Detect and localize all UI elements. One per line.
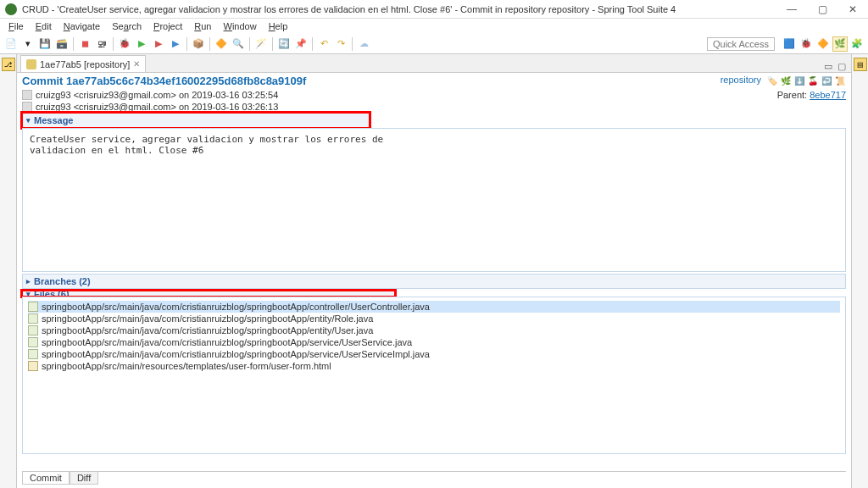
back-icon[interactable]: ↶ bbox=[316, 36, 331, 52]
perspective-more-icon[interactable]: 🧩 bbox=[849, 36, 865, 52]
java-file-icon bbox=[28, 313, 38, 324]
author-line: cruizg93 <crisruiz93@gmail.com> on 2019-… bbox=[36, 90, 278, 100]
parent-hash-link[interactable]: 8ebe717 bbox=[810, 90, 846, 100]
java-file-icon bbox=[28, 302, 38, 312]
git-repos-shortcut-icon[interactable]: ⎇ bbox=[2, 58, 15, 71]
section-files-label: Files (6) bbox=[34, 291, 70, 297]
package-icon[interactable]: 📦 bbox=[191, 36, 206, 52]
window-minimize[interactable]: — bbox=[776, 0, 807, 18]
commit-message-text: CreateUser service, agregar validacion y… bbox=[22, 128, 846, 272]
cloud-icon[interactable]: ☁ bbox=[356, 36, 371, 52]
annotation-box-files: ▾ Files (6) bbox=[22, 291, 395, 297]
section-message-header[interactable]: ▾ Message bbox=[22, 113, 370, 128]
file-row[interactable]: springbootApp/src/main/java/com/cristian… bbox=[28, 313, 840, 324]
file-row[interactable]: springbootApp/src/main/java/com/cristian… bbox=[28, 348, 840, 360]
menu-navigate[interactable]: Navigate bbox=[58, 20, 105, 32]
commit-view: Commit 1ae77ab5c6c74b34ef16002295d68fb8c… bbox=[17, 73, 851, 488]
tag-icon[interactable]: 🏷️ bbox=[766, 75, 778, 86]
toggle-icon[interactable]: 🔄 bbox=[276, 36, 292, 52]
repository-link[interactable]: repository bbox=[721, 75, 761, 85]
run-alt-icon[interactable]: ▶ bbox=[168, 36, 183, 52]
right-trim: ▤ bbox=[851, 54, 868, 488]
tab-diff[interactable]: Diff bbox=[70, 472, 98, 485]
perspective-git-icon[interactable]: 🌿 bbox=[832, 36, 848, 52]
file-path: springbootApp/src/main/java/com/cristian… bbox=[42, 349, 430, 359]
file-path: springbootApp/src/main/java/com/cristian… bbox=[42, 337, 412, 347]
menu-window[interactable]: Window bbox=[218, 20, 261, 32]
tab-commit[interactable]: Commit bbox=[22, 472, 70, 485]
file-path: springbootApp/src/main/java/com/cristian… bbox=[42, 313, 373, 324]
new-icon[interactable]: 📄 bbox=[3, 36, 19, 52]
files-list: springbootApp/src/main/java/com/cristian… bbox=[22, 297, 846, 454]
revert-icon[interactable]: ↩️ bbox=[821, 75, 832, 86]
left-trim: ⎇ bbox=[0, 54, 17, 488]
window-title: CRUD - 'CreateUser service, agregar vali… bbox=[22, 4, 776, 14]
forward-icon[interactable]: ↷ bbox=[333, 36, 348, 52]
dropdown-icon[interactable]: ▾ bbox=[20, 36, 36, 52]
perspective-debug-icon[interactable]: 🐞 bbox=[798, 36, 814, 52]
window-maximize[interactable]: ▢ bbox=[807, 0, 837, 18]
perspective-java-icon[interactable]: 🟦 bbox=[782, 36, 797, 52]
wand-icon[interactable]: 🪄 bbox=[253, 36, 269, 52]
debug-icon[interactable]: 🐞 bbox=[117, 36, 132, 52]
java-file-icon bbox=[28, 349, 38, 359]
html-file-icon bbox=[28, 361, 38, 371]
menu-file[interactable]: File bbox=[3, 20, 29, 32]
checkout-icon[interactable]: ⬇️ bbox=[793, 75, 805, 86]
type-icon[interactable]: 🔶 bbox=[214, 36, 229, 52]
run-icon[interactable]: ▶ bbox=[134, 36, 149, 52]
committer-avatar-icon bbox=[22, 102, 32, 112]
section-message-label: Message bbox=[34, 115, 73, 125]
file-row[interactable]: springbootApp/src/main/java/com/cristian… bbox=[28, 324, 840, 336]
section-files-header[interactable]: ▾ Files (6) bbox=[22, 291, 395, 297]
commit-toolbar: 🏷️ 🌿 ⬇️ 🍒 ↩️ 📜 bbox=[766, 75, 846, 86]
collapse-icon[interactable]: ▾ bbox=[26, 291, 31, 297]
save-all-icon[interactable]: 🗃️ bbox=[54, 36, 70, 52]
run-config-icon[interactable]: ▶ bbox=[151, 36, 166, 52]
commit-hash-title: Commit 1ae77ab5c6c74b34ef16002295d68fb8c… bbox=[22, 75, 721, 87]
tab-max-icon[interactable]: ▢ bbox=[836, 61, 848, 72]
annotation-box-message: ▾ Message bbox=[22, 113, 370, 128]
pin-icon[interactable]: 📌 bbox=[293, 36, 309, 52]
stop-icon[interactable]: ◼ bbox=[77, 36, 92, 52]
branch-icon[interactable]: 🌿 bbox=[780, 75, 792, 86]
section-branches-label: Branches (2) bbox=[34, 276, 91, 286]
quick-access[interactable]: Quick Access bbox=[707, 37, 775, 51]
app-icon bbox=[5, 3, 17, 15]
java-file-icon bbox=[28, 325, 38, 336]
file-row[interactable]: springbootApp/src/main/java/com/cristian… bbox=[28, 336, 840, 348]
editor-tab-strip: 1ae77ab5 [repository] ✕ ▭ ▢ bbox=[17, 54, 851, 73]
tab-min-icon[interactable]: ▭ bbox=[822, 61, 834, 72]
menu-help[interactable]: Help bbox=[264, 20, 293, 32]
file-path: springbootApp/src/main/resources/templat… bbox=[42, 361, 331, 371]
window-close[interactable]: ✕ bbox=[837, 0, 868, 18]
section-branches-header[interactable]: ▸ Branches (2) bbox=[22, 274, 846, 289]
commit-tab-icon bbox=[26, 59, 36, 69]
editor-tab-label: 1ae77ab5 [repository] bbox=[40, 59, 130, 69]
collapse-icon[interactable]: ▾ bbox=[26, 116, 31, 125]
search-icon[interactable]: 🔍 bbox=[231, 36, 246, 52]
perspective-team-icon[interactable]: 🔶 bbox=[815, 36, 831, 52]
expand-icon[interactable]: ▸ bbox=[26, 277, 31, 286]
java-file-icon bbox=[28, 337, 38, 347]
menu-run[interactable]: Run bbox=[189, 20, 216, 32]
menu-search[interactable]: Search bbox=[107, 20, 147, 32]
file-row[interactable]: springbootApp/src/main/java/com/cristian… bbox=[28, 301, 840, 313]
committer-line: cruizg93 <crisruiz93@gmail.com> on 2019-… bbox=[36, 102, 278, 112]
menu-bar: File Edit Navigate Search Project Run Wi… bbox=[0, 19, 868, 34]
cherry-pick-icon[interactable]: 🍒 bbox=[807, 75, 819, 86]
editor-tab-commit[interactable]: 1ae77ab5 [repository] ✕ bbox=[20, 55, 146, 72]
close-icon[interactable]: ✕ bbox=[133, 59, 140, 69]
menu-edit[interactable]: Edit bbox=[31, 20, 57, 32]
outline-shortcut-icon[interactable]: ▤ bbox=[854, 58, 867, 71]
save-icon[interactable]: 💾 bbox=[37, 36, 53, 52]
show-in-history-icon[interactable]: 📜 bbox=[834, 75, 846, 86]
window-title-bar: CRUD - 'CreateUser service, agregar vali… bbox=[0, 0, 868, 19]
bottom-tab-strip: Commit Diff bbox=[22, 471, 846, 488]
terminal-icon[interactable]: 🖳 bbox=[94, 36, 109, 52]
file-path: springbootApp/src/main/java/com/cristian… bbox=[42, 325, 373, 336]
menu-project[interactable]: Project bbox=[148, 20, 187, 32]
file-path: springbootApp/src/main/java/com/cristian… bbox=[42, 302, 430, 312]
parent-label: Parent: 8ebe717 bbox=[777, 90, 846, 100]
file-row[interactable]: springbootApp/src/main/resources/templat… bbox=[28, 360, 840, 372]
